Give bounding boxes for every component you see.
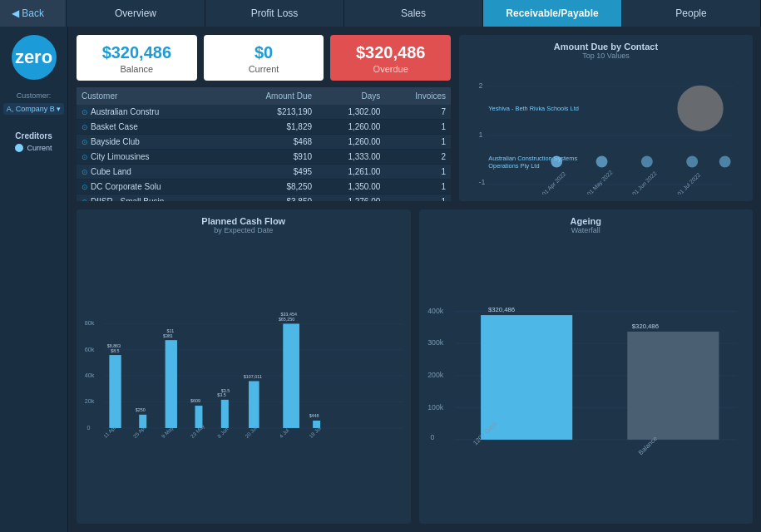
aus-bubble-4 [686,156,698,168]
svg-text:20k: 20k [85,398,95,405]
customer-name: ⊙Cube Land [77,165,226,180]
svg-text:$8.5: $8.5 [111,348,119,353]
svg-text:$11: $11 [166,328,174,333]
svg-text:01 Apr 2022: 01 Apr 2022 [541,170,567,195]
svg-text:300k: 300k [427,338,444,347]
cash-flow-chart: 80k 60k 40k 20k 0 $8.5 [83,238,404,517]
svg-text:80k: 80k [85,320,95,327]
svg-text:$609: $609 [190,398,200,403]
tab-sales[interactable]: Sales [344,0,483,27]
tab-overview[interactable]: Overview [67,0,205,27]
cash-flow-section: Planned Cash Flow by Expected Date 80k 6… [77,209,411,524]
table-row[interactable]: ⊙Bayside Club $468 1,260.00 1 [77,135,451,150]
svg-text:$65,250: $65,250 [279,317,294,322]
balance-label: Balance [83,64,190,74]
current-card: $0 Current [204,35,324,81]
days: 1,302.00 [317,105,385,120]
aus-bubble-1 [551,156,562,168]
amount-due: $3,850 [226,195,317,202]
current-amount: $0 [210,43,318,62]
amount-due: $213,190 [226,105,317,120]
bar-11apr [109,355,121,428]
bubble-chart-title: Amount Due by Contact [466,42,746,52]
table-row[interactable]: ⊙Australian Constru $213,190 1,302.00 7 [77,105,451,120]
days: 1,260.00 [317,135,385,150]
days: 1,350.00 [317,180,385,195]
summary-cards: $320,486 Balance $0 Current $320,486 Ove… [77,35,451,81]
ageing-section: Ageing Waterfall 400k 300k 200k 100k 0 [419,209,754,524]
table-row[interactable]: ⊙Basket Case $1,829 1,260.00 1 [77,120,451,135]
customer-name: ⊙Basket Case [77,120,226,135]
amount-due: $495 [226,165,317,180]
tab-people[interactable]: People [622,0,761,27]
overdue-amount: $320,486 [337,43,444,62]
svg-text:01 May 2022: 01 May 2022 [586,169,615,195]
customer-name: ⊙DC Corporate Solu [77,180,226,195]
svg-text:$3.5: $3.5 [217,392,225,397]
tab-profit-loss[interactable]: Profit Loss [205,0,344,27]
svg-text:0: 0 [430,433,434,441]
amount-due: $468 [226,135,317,150]
svg-text:1: 1 [478,131,482,139]
table-row[interactable]: ⊙DIISR - Small Busin $3,850 1,276.00 1 [77,195,451,202]
customers-table: Customer Amount Due Days Invoices ⊙Austr… [77,87,451,201]
aus-bubble-2 [596,156,608,168]
back-button[interactable]: ◀ Back [0,0,67,27]
table-row[interactable]: ⊙City Limousines $910 1,333.00 2 [77,150,451,165]
aus-bubble-5 [719,156,731,168]
app-logo: zero [12,35,57,80]
top-navigation: ◀ Back Overview Profit Loss Sales Receiv… [0,0,761,27]
customer-name: ⊙Bayside Club [77,135,226,150]
balance-amount: $320,486 [83,43,190,62]
svg-text:-1: -1 [478,178,485,186]
amount-due: $910 [226,150,317,165]
current-radio[interactable] [15,144,23,152]
aus-bubble-3 [641,156,653,168]
days: 1,261.00 [317,165,385,180]
invoices: 1 [385,195,451,202]
overdue-card: $320,486 Overdue [330,35,451,81]
tab-receivable-payable[interactable]: Receivable/Payable [483,0,622,27]
svg-text:Australian Construction System: Australian Construction Systems [488,155,577,162]
svg-text:18 Jul: 18 Jul [308,425,322,439]
amount-due: $8,250 [226,180,317,195]
svg-text:$8,863: $8,863 [107,343,121,348]
cash-flow-svg: 80k 60k 40k 20k 0 $8.5 [83,238,404,517]
days: 1,333.00 [317,150,385,165]
bar-20jun [249,381,259,427]
col-days: Days [317,87,385,105]
bubble-chart-section: Amount Due by Contact Top 10 Values 2 1 … [459,35,753,201]
svg-text:$448: $448 [309,413,319,418]
svg-text:$3.5: $3.5 [221,388,230,393]
top-row: $320,486 Balance $0 Current $320,486 Ove… [77,35,753,201]
svg-text:01 Jun 2022: 01 Jun 2022 [631,170,658,195]
main-layout: zero Customer: A, Company B ▾ Creditors … [0,27,761,532]
bubble-chart-svg: 2 1 -1 Yeshiva - Beth Rivka Schools Ltd … [466,63,746,195]
ageing-title: Ageing [426,216,747,226]
invoices: 1 [385,135,451,150]
table-row[interactable]: ⊙DC Corporate Solu $8,250 1,350.00 1 [77,180,451,195]
customer-name: ⊙DIISR - Small Busin [77,195,226,202]
table-row[interactable]: ⊙Cube Land $495 1,261.00 1 [77,165,451,180]
balance-card: $320,486 Balance [77,35,197,81]
svg-text:Operations Pty Ltd: Operations Pty Ltd [488,162,539,170]
current-option[interactable]: Current [15,144,52,152]
amount-due: $1,829 [226,120,317,135]
days: 1,276.00 [317,195,385,202]
svg-text:2: 2 [478,81,482,90]
cash-flow-title: Planned Cash Flow [83,216,404,226]
bottom-row: Planned Cash Flow by Expected Date 80k 6… [77,209,753,524]
invoices: 1 [385,180,451,195]
svg-text:$320,486: $320,486 [487,306,514,313]
customer-label: Customer: [17,91,52,100]
current-label: Current [210,64,318,74]
bar-9may [166,340,177,428]
current-label: Current [27,144,52,152]
svg-text:200k: 200k [427,371,444,379]
customer-selector[interactable]: A, Company B ▾ [3,103,65,115]
bubble-chart-subtitle: Top 10 Values [466,52,746,60]
col-amount: Amount Due [226,87,317,105]
bar-4jul [283,323,299,428]
cash-flow-subtitle: by Expected Date [83,226,404,234]
invoices: 7 [385,105,451,120]
